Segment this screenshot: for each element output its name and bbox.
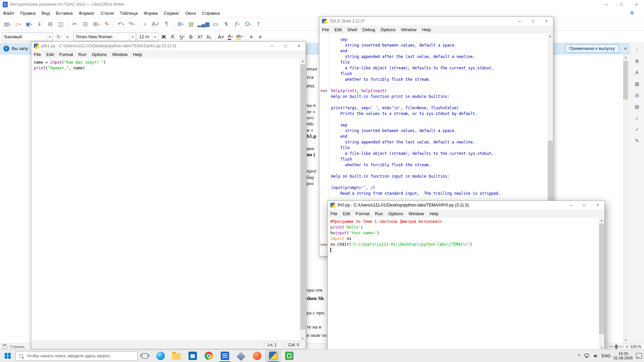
menu-item[interactable]: Run <box>372 211 386 216</box>
menu-item[interactable]: Help <box>427 211 441 216</box>
toolbar-separator[interactable] <box>138 20 139 28</box>
gallery-icon[interactable]: ▧ <box>633 80 641 88</box>
insert-textbox-icon[interactable]: ▭ <box>210 19 221 29</box>
task-view-button[interactable] <box>138 350 152 362</box>
chevron-down-icon[interactable]: ▾ <box>152 33 158 41</box>
menu-item[interactable]: Сервис <box>161 11 182 16</box>
properties-icon[interactable]: ≣ <box>633 57 641 65</box>
insert-table-icon[interactable]: ⊞▾ <box>175 19 186 29</box>
menu-item[interactable]: Run <box>76 52 89 57</box>
align-left-icon[interactable]: ≡ <box>247 33 256 41</box>
prb1-scrollbar[interactable]: ▲ ▼ <box>300 58 306 342</box>
menu-item[interactable]: Help <box>419 27 434 32</box>
menu-item[interactable]: Format <box>56 52 75 57</box>
menu-item[interactable]: Файл <box>0 11 17 16</box>
pr0-text-area[interactable]: #Программа по Теме 1 <Антонов Дмитрий Ан… <box>328 218 599 351</box>
document-scrollbar[interactable]: ▲ ▼ <box>623 54 629 343</box>
insert-chart-icon[interactable]: ▂▄▆ <box>197 19 210 29</box>
scroll-up-icon[interactable]: ▲ <box>300 58 306 64</box>
taskbar-idle-icon[interactable] <box>265 350 281 362</box>
maximize-button[interactable]: □ <box>526 17 540 25</box>
zoom-slider[interactable] <box>609 346 624 347</box>
special-character-icon[interactable]: Ω▾ <box>243 19 253 29</box>
pr0-titlebar[interactable]: Pr0.py - C:/Users/u111-01/Desktop/python… <box>328 201 604 209</box>
minimize-button[interactable]: ─ <box>513 17 526 25</box>
find-replace-icon[interactable]: ⌕ <box>140 19 151 29</box>
font-name-select[interactable]: Times New Roman ▾ <box>73 33 136 41</box>
shell-titlebar[interactable]: *IDLE Shell 3.11.5* ─ □ × <box>319 17 553 25</box>
menu-item[interactable]: File <box>31 52 44 57</box>
superscript-icon[interactable]: X² <box>196 33 205 41</box>
taskbar-store-icon[interactable] <box>184 350 201 362</box>
minimize-button[interactable]: ─ <box>564 201 578 209</box>
new-style-icon[interactable]: + <box>63 33 72 41</box>
paste-icon[interactable]: ⊞▾ <box>91 19 102 29</box>
new-document-icon[interactable]: ▤▾ <box>2 19 13 29</box>
minimize-button[interactable]: ─ <box>599 0 614 9</box>
strikethrough-icon[interactable]: S <box>186 33 196 41</box>
menu-item[interactable]: File <box>328 211 340 216</box>
export-pdf-icon[interactable]: ⇓ <box>34 19 45 29</box>
menu-item[interactable]: Edit <box>340 211 353 216</box>
navigator-icon[interactable]: ◎ <box>633 91 641 99</box>
scroll-up-icon[interactable]: ▲ <box>547 34 553 39</box>
taskbar-diamond-app-icon[interactable] <box>233 350 249 362</box>
search-input[interactable] <box>26 353 135 359</box>
action-center-icon[interactable] <box>636 353 642 359</box>
menu-item[interactable]: Справка <box>199 11 223 16</box>
release-notes-button[interactable]: Примечания к выпуску <box>565 44 619 53</box>
subscript-icon[interactable]: X₂ <box>205 33 214 41</box>
paragraph-style-select[interactable]: Базовый ▾ <box>2 33 53 41</box>
zoom-level-label[interactable]: 120 % <box>630 345 641 349</box>
toolbar-separator[interactable] <box>215 33 215 41</box>
taskbar-edge-icon[interactable] <box>152 350 168 362</box>
highlight-color-icon[interactable]: ab▾ <box>235 33 244 41</box>
minimize-button[interactable]: ─ <box>265 42 279 50</box>
insert-footnote-icon[interactable]: † <box>253 19 264 29</box>
scrollbar-thumb[interactable] <box>300 64 305 330</box>
scroll-down-icon[interactable]: ▼ <box>623 338 629 343</box>
network-icon[interactable] <box>584 353 590 358</box>
menu-item[interactable]: Правка <box>17 11 39 16</box>
menu-item[interactable]: Форма <box>141 11 161 16</box>
taskbar-explorer-icon[interactable] <box>168 350 184 362</box>
save-icon[interactable]: ▣▾ <box>23 19 34 29</box>
menu-item[interactable]: Окно <box>182 11 199 16</box>
open-file-icon[interactable]: ▱▾ <box>13 19 23 29</box>
taskbar-chrome-icon[interactable] <box>201 350 217 362</box>
insert-image-icon[interactable]: ▧ <box>186 19 197 29</box>
styles-icon[interactable]: A <box>633 68 641 76</box>
start-button[interactable] <box>0 350 15 362</box>
print-preview-icon[interactable]: ◫ <box>56 19 66 29</box>
style-inspector-icon[interactable]: ⌕ <box>633 114 641 122</box>
taskbar-orange-app-icon[interactable] <box>249 350 265 362</box>
close-button[interactable]: × <box>629 0 644 9</box>
globe-icon[interactable]: ⊕ <box>630 10 634 16</box>
hidden-icons-chevron[interactable]: ^ <box>577 353 581 358</box>
insert-field-icon[interactable]: ƒ▾ <box>232 19 243 29</box>
menu-item[interactable]: Таблица <box>117 11 141 16</box>
maximize-button[interactable]: □ <box>578 201 591 209</box>
menu-item[interactable]: Options <box>378 27 398 32</box>
zoom-slider-knob[interactable] <box>615 345 618 349</box>
menu-item[interactable]: Options <box>385 211 406 216</box>
menu-item[interactable]: Shell <box>344 27 360 32</box>
taskbar-search[interactable] <box>15 351 138 361</box>
menu-item[interactable]: Edit <box>44 52 56 57</box>
spelling-check-icon[interactable]: A✓ <box>151 19 161 29</box>
menu-item[interactable]: Формат <box>75 11 98 16</box>
toolbar-separator[interactable] <box>245 33 246 41</box>
toolbar-separator[interactable] <box>173 20 174 28</box>
redo-icon[interactable]: ↷▾ <box>126 19 137 29</box>
chevron-down-icon[interactable]: ▾ <box>47 33 53 41</box>
align-center-icon[interactable]: ≡ <box>256 33 265 41</box>
menu-item[interactable]: Options <box>89 52 109 57</box>
page-break-icon[interactable]: ↯ <box>221 19 232 29</box>
menu-item[interactable]: Edit <box>332 27 344 32</box>
close-button[interactable]: × <box>292 42 306 50</box>
volume-icon[interactable] <box>593 354 598 358</box>
prb1-text-area[interactable]: name = input("Как Вас зовут? ")print("Пр… <box>31 58 300 343</box>
toolbar-separator[interactable] <box>68 20 68 28</box>
font-color-icon[interactable]: A▾ <box>226 33 235 41</box>
menu-item[interactable]: Window <box>406 211 427 216</box>
